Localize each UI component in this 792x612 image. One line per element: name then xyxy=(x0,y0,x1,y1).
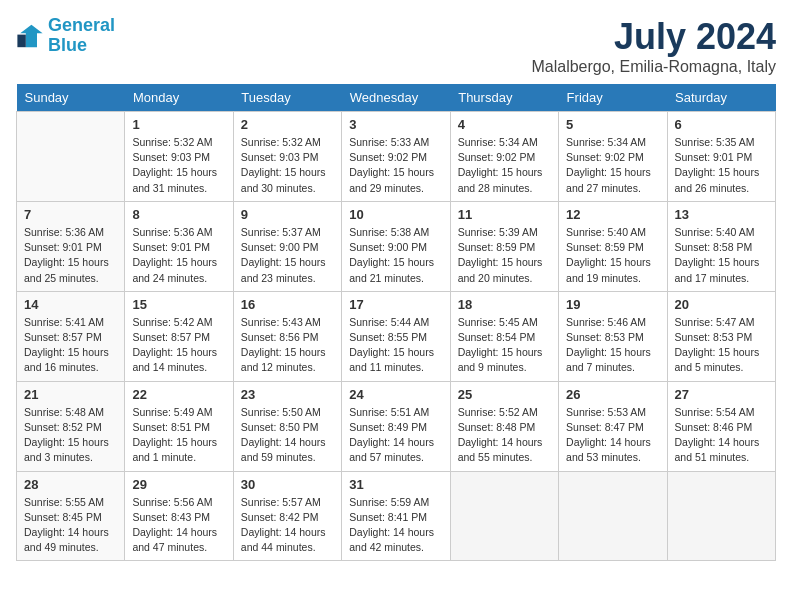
cell-info: Sunrise: 5:42 AMSunset: 8:57 PMDaylight:… xyxy=(132,315,225,376)
cell-info: Sunrise: 5:54 AMSunset: 8:46 PMDaylight:… xyxy=(675,405,768,466)
cell-info: Sunrise: 5:51 AMSunset: 8:49 PMDaylight:… xyxy=(349,405,442,466)
logo-text: General Blue xyxy=(48,16,115,56)
calendar-cell: 4Sunrise: 5:34 AMSunset: 9:02 PMDaylight… xyxy=(450,112,558,202)
calendar-cell: 23Sunrise: 5:50 AMSunset: 8:50 PMDayligh… xyxy=(233,381,341,471)
calendar-cell: 20Sunrise: 5:47 AMSunset: 8:53 PMDayligh… xyxy=(667,291,775,381)
weekday-header-friday: Friday xyxy=(559,84,667,112)
day-number: 13 xyxy=(675,207,768,222)
calendar-cell: 11Sunrise: 5:39 AMSunset: 8:59 PMDayligh… xyxy=(450,201,558,291)
calendar-cell: 7Sunrise: 5:36 AMSunset: 9:01 PMDaylight… xyxy=(17,201,125,291)
calendar-cell: 15Sunrise: 5:42 AMSunset: 8:57 PMDayligh… xyxy=(125,291,233,381)
week-row-5: 28Sunrise: 5:55 AMSunset: 8:45 PMDayligh… xyxy=(17,471,776,561)
cell-info: Sunrise: 5:44 AMSunset: 8:55 PMDaylight:… xyxy=(349,315,442,376)
day-number: 5 xyxy=(566,117,659,132)
day-number: 16 xyxy=(241,297,334,312)
cell-info: Sunrise: 5:41 AMSunset: 8:57 PMDaylight:… xyxy=(24,315,117,376)
logo-line2: Blue xyxy=(48,35,87,55)
calendar-cell: 10Sunrise: 5:38 AMSunset: 9:00 PMDayligh… xyxy=(342,201,450,291)
day-number: 12 xyxy=(566,207,659,222)
weekday-header-monday: Monday xyxy=(125,84,233,112)
calendar-cell: 24Sunrise: 5:51 AMSunset: 8:49 PMDayligh… xyxy=(342,381,450,471)
cell-info: Sunrise: 5:40 AMSunset: 8:58 PMDaylight:… xyxy=(675,225,768,286)
cell-info: Sunrise: 5:34 AMSunset: 9:02 PMDaylight:… xyxy=(566,135,659,196)
week-row-1: 1Sunrise: 5:32 AMSunset: 9:03 PMDaylight… xyxy=(17,112,776,202)
calendar-cell: 5Sunrise: 5:34 AMSunset: 9:02 PMDaylight… xyxy=(559,112,667,202)
cell-info: Sunrise: 5:50 AMSunset: 8:50 PMDaylight:… xyxy=(241,405,334,466)
day-number: 2 xyxy=(241,117,334,132)
day-number: 7 xyxy=(24,207,117,222)
calendar-cell: 14Sunrise: 5:41 AMSunset: 8:57 PMDayligh… xyxy=(17,291,125,381)
calendar-table: SundayMondayTuesdayWednesdayThursdayFrid… xyxy=(16,84,776,561)
cell-info: Sunrise: 5:49 AMSunset: 8:51 PMDaylight:… xyxy=(132,405,225,466)
cell-info: Sunrise: 5:52 AMSunset: 8:48 PMDaylight:… xyxy=(458,405,551,466)
location-title: Malalbergo, Emilia-Romagna, Italy xyxy=(531,58,776,76)
cell-info: Sunrise: 5:43 AMSunset: 8:56 PMDaylight:… xyxy=(241,315,334,376)
day-number: 23 xyxy=(241,387,334,402)
cell-info: Sunrise: 5:33 AMSunset: 9:02 PMDaylight:… xyxy=(349,135,442,196)
calendar-cell: 17Sunrise: 5:44 AMSunset: 8:55 PMDayligh… xyxy=(342,291,450,381)
day-number: 6 xyxy=(675,117,768,132)
cell-info: Sunrise: 5:55 AMSunset: 8:45 PMDaylight:… xyxy=(24,495,117,556)
calendar-cell: 29Sunrise: 5:56 AMSunset: 8:43 PMDayligh… xyxy=(125,471,233,561)
day-number: 31 xyxy=(349,477,442,492)
calendar-cell xyxy=(667,471,775,561)
calendar-cell: 18Sunrise: 5:45 AMSunset: 8:54 PMDayligh… xyxy=(450,291,558,381)
title-block: July 2024 Malalbergo, Emilia-Romagna, It… xyxy=(531,16,776,76)
calendar-cell: 16Sunrise: 5:43 AMSunset: 8:56 PMDayligh… xyxy=(233,291,341,381)
week-row-3: 14Sunrise: 5:41 AMSunset: 8:57 PMDayligh… xyxy=(17,291,776,381)
calendar-cell: 19Sunrise: 5:46 AMSunset: 8:53 PMDayligh… xyxy=(559,291,667,381)
day-number: 9 xyxy=(241,207,334,222)
page-header: General Blue July 2024 Malalbergo, Emili… xyxy=(16,16,776,76)
day-number: 25 xyxy=(458,387,551,402)
day-number: 15 xyxy=(132,297,225,312)
calendar-cell: 30Sunrise: 5:57 AMSunset: 8:42 PMDayligh… xyxy=(233,471,341,561)
cell-info: Sunrise: 5:40 AMSunset: 8:59 PMDaylight:… xyxy=(566,225,659,286)
day-number: 22 xyxy=(132,387,225,402)
cell-info: Sunrise: 5:53 AMSunset: 8:47 PMDaylight:… xyxy=(566,405,659,466)
calendar-cell: 25Sunrise: 5:52 AMSunset: 8:48 PMDayligh… xyxy=(450,381,558,471)
logo-icon xyxy=(16,22,44,50)
day-number: 1 xyxy=(132,117,225,132)
day-number: 30 xyxy=(241,477,334,492)
day-number: 10 xyxy=(349,207,442,222)
day-number: 21 xyxy=(24,387,117,402)
cell-info: Sunrise: 5:36 AMSunset: 9:01 PMDaylight:… xyxy=(132,225,225,286)
calendar-cell: 8Sunrise: 5:36 AMSunset: 9:01 PMDaylight… xyxy=(125,201,233,291)
weekday-header-sunday: Sunday xyxy=(17,84,125,112)
calendar-cell xyxy=(450,471,558,561)
calendar-cell: 22Sunrise: 5:49 AMSunset: 8:51 PMDayligh… xyxy=(125,381,233,471)
calendar-cell: 21Sunrise: 5:48 AMSunset: 8:52 PMDayligh… xyxy=(17,381,125,471)
calendar-cell: 3Sunrise: 5:33 AMSunset: 9:02 PMDaylight… xyxy=(342,112,450,202)
day-number: 3 xyxy=(349,117,442,132)
day-number: 29 xyxy=(132,477,225,492)
cell-info: Sunrise: 5:37 AMSunset: 9:00 PMDaylight:… xyxy=(241,225,334,286)
cell-info: Sunrise: 5:45 AMSunset: 8:54 PMDaylight:… xyxy=(458,315,551,376)
day-number: 18 xyxy=(458,297,551,312)
calendar-cell: 6Sunrise: 5:35 AMSunset: 9:01 PMDaylight… xyxy=(667,112,775,202)
day-number: 17 xyxy=(349,297,442,312)
day-number: 14 xyxy=(24,297,117,312)
day-number: 11 xyxy=(458,207,551,222)
month-title: July 2024 xyxy=(531,16,776,58)
day-number: 19 xyxy=(566,297,659,312)
weekday-header-wednesday: Wednesday xyxy=(342,84,450,112)
weekday-header-tuesday: Tuesday xyxy=(233,84,341,112)
calendar-cell xyxy=(17,112,125,202)
weekday-header-saturday: Saturday xyxy=(667,84,775,112)
cell-info: Sunrise: 5:59 AMSunset: 8:41 PMDaylight:… xyxy=(349,495,442,556)
cell-info: Sunrise: 5:32 AMSunset: 9:03 PMDaylight:… xyxy=(241,135,334,196)
calendar-cell: 1Sunrise: 5:32 AMSunset: 9:03 PMDaylight… xyxy=(125,112,233,202)
week-row-4: 21Sunrise: 5:48 AMSunset: 8:52 PMDayligh… xyxy=(17,381,776,471)
cell-info: Sunrise: 5:36 AMSunset: 9:01 PMDaylight:… xyxy=(24,225,117,286)
cell-info: Sunrise: 5:34 AMSunset: 9:02 PMDaylight:… xyxy=(458,135,551,196)
calendar-cell: 13Sunrise: 5:40 AMSunset: 8:58 PMDayligh… xyxy=(667,201,775,291)
calendar-cell: 31Sunrise: 5:59 AMSunset: 8:41 PMDayligh… xyxy=(342,471,450,561)
calendar-cell: 9Sunrise: 5:37 AMSunset: 9:00 PMDaylight… xyxy=(233,201,341,291)
week-row-2: 7Sunrise: 5:36 AMSunset: 9:01 PMDaylight… xyxy=(17,201,776,291)
day-number: 27 xyxy=(675,387,768,402)
weekday-header-row: SundayMondayTuesdayWednesdayThursdayFrid… xyxy=(17,84,776,112)
weekday-header-thursday: Thursday xyxy=(450,84,558,112)
cell-info: Sunrise: 5:39 AMSunset: 8:59 PMDaylight:… xyxy=(458,225,551,286)
cell-info: Sunrise: 5:57 AMSunset: 8:42 PMDaylight:… xyxy=(241,495,334,556)
cell-info: Sunrise: 5:56 AMSunset: 8:43 PMDaylight:… xyxy=(132,495,225,556)
